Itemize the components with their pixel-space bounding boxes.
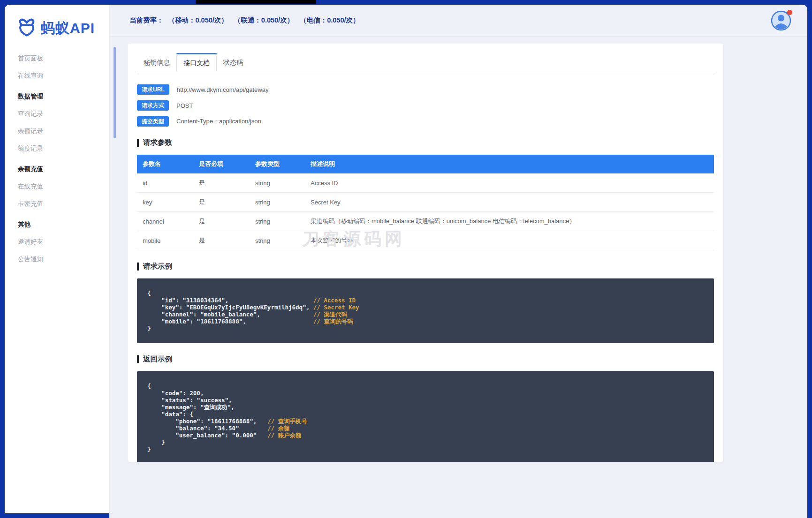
table-header-cell: 参数类型 — [250, 155, 305, 173]
table-row: key是stringSecret Key — [137, 193, 714, 212]
fee-list: （移动：0.050/次）（联通：0.050/次）（电信：0.050/次） — [168, 16, 366, 25]
topbar: 当前费率： （移动：0.050/次）（联通：0.050/次）（电信：0.050/… — [110, 5, 807, 37]
sidebar-item[interactable]: 在线查询 — [5, 67, 109, 84]
code-comment: // Secret Key — [313, 304, 359, 311]
table-cell: 渠道编码（移动编码：mobile_balance 联通编码：unicom_bal… — [305, 212, 714, 231]
content-area: 刀客源码网 秘钥信息接口文档状态码 请求URL http://www.dkym.… — [110, 37, 807, 518]
table-row: id是stringAccess ID — [137, 173, 714, 193]
table-cell: channel — [137, 212, 193, 231]
params-header-row: 参数名是否必填参数类型描述说明 — [137, 155, 714, 173]
table-row: channel是string渠道编码（移动编码：mobile_balance 联… — [137, 212, 714, 231]
table-cell: 是 — [193, 173, 250, 193]
sidebar-item[interactable]: 卡密充值 — [5, 195, 109, 212]
logo-text: 蚂蚁API — [41, 19, 95, 38]
api-doc-card: 刀客源码网 秘钥信息接口文档状态码 请求URL http://www.dkym.… — [128, 44, 723, 462]
request-url-row: 请求URL http://www.dkym.com/api/gateway — [137, 84, 714, 95]
response-sample-code: { "code": 200, "status": "success", "mes… — [137, 371, 714, 462]
ant-logo-icon — [16, 18, 38, 38]
params-section-title: 请求参数 — [137, 138, 714, 148]
request-sample-title: 请求示例 — [137, 262, 714, 271]
params-body: id是stringAccess IDkey是stringSecret Keych… — [137, 173, 714, 250]
fee-item: （联通：0.050/次） — [234, 16, 294, 24]
logo[interactable]: 蚂蚁API — [5, 5, 109, 46]
app-shell: 蚂蚁API 首页面板在线查询数据管理查询记录余额记录额度记录余额充值在线充值卡密… — [5, 5, 807, 518]
sidebar-item[interactable]: 首页面板 — [5, 50, 109, 67]
fee-rates-label: 当前费率： — [129, 16, 164, 25]
sidebar-item[interactable]: 查询记录 — [5, 105, 109, 122]
request-method-badge: 请求方式 — [137, 100, 169, 111]
table-cell: 是 — [193, 231, 250, 250]
scrollbar-thumb[interactable] — [114, 47, 116, 138]
main-panel: 当前费率： （移动：0.050/次）（联通：0.050/次）（电信：0.050/… — [110, 5, 807, 518]
code-comment: // 余额 — [267, 425, 290, 432]
notification-dot — [787, 10, 792, 15]
table-row: mobile是string本次查询的号码 — [137, 231, 714, 250]
table-cell: mobile — [137, 231, 193, 250]
sidebar-footer-bar — [5, 513, 109, 518]
sidebar-section-label: 余额充值 — [5, 160, 109, 178]
sidebar-item[interactable]: 余额记录 — [5, 122, 109, 140]
frame-top-notch — [196, 0, 316, 4]
sidebar-item[interactable]: 邀请好友 — [5, 233, 109, 250]
section-title-bar — [137, 263, 139, 270]
table-cell: 本次查询的号码 — [305, 231, 714, 250]
tab[interactable]: 状态码 — [217, 53, 250, 72]
sidebar-nav: 首页面板在线查询数据管理查询记录余额记录额度记录余额充值在线充值卡密充值其他邀请… — [5, 46, 109, 268]
table-cell: string — [250, 231, 305, 250]
section-title-bar — [137, 139, 139, 147]
sidebar: 蚂蚁API 首页面板在线查询数据管理查询记录余额记录额度记录余额充值在线充值卡密… — [5, 5, 110, 518]
tab[interactable]: 秘钥信息 — [137, 53, 176, 72]
code-comment: // 渠道代码 — [313, 311, 348, 318]
sidebar-item[interactable]: 额度记录 — [5, 140, 109, 157]
code-comment: // Access ID — [313, 297, 356, 304]
code-comment: // 账户余额 — [267, 432, 302, 439]
code-comment: // 查询的号码 — [313, 318, 353, 325]
tab[interactable]: 接口文档 — [176, 53, 217, 72]
content-type-badge: 提交类型 — [137, 116, 169, 127]
fee-rates: 当前费率： （移动：0.050/次）（联通：0.050/次）（电信：0.050/… — [129, 16, 365, 25]
sidebar-section-label: 数据管理 — [5, 88, 109, 105]
table-header-cell: 是否必填 — [193, 155, 250, 173]
params-table: 参数名是否必填参数类型描述说明 id是stringAccess IDkey是st… — [137, 155, 714, 250]
sidebar-section-label: 其他 — [5, 216, 109, 233]
content-type-value: Content-Type：application/json — [176, 117, 261, 126]
request-method-row: 请求方式 POST — [137, 100, 714, 111]
table-cell: 是 — [193, 193, 250, 212]
section-title-bar — [137, 355, 139, 363]
response-sample-title: 返回示例 — [137, 354, 714, 364]
table-cell: Secret Key — [305, 193, 714, 212]
request-method-value: POST — [176, 102, 193, 109]
table-cell: string — [250, 212, 305, 231]
table-cell: key — [137, 193, 193, 212]
table-cell: Access ID — [305, 173, 714, 193]
request-sample-code: { "id": "3138034364", // Access ID "key"… — [137, 278, 714, 343]
table-cell: id — [137, 173, 193, 193]
fee-item: （移动：0.050/次） — [168, 16, 228, 24]
table-header-cell: 参数名 — [137, 155, 193, 173]
request-url-badge: 请求URL — [137, 84, 169, 95]
table-cell: 是 — [193, 212, 250, 231]
fee-item: （电信：0.050/次） — [300, 16, 359, 24]
request-url-value: http://www.dkym.com/api/gateway — [177, 86, 269, 93]
request-info-list: 请求URL http://www.dkym.com/api/gateway 请求… — [137, 84, 714, 127]
user-avatar[interactable] — [771, 10, 791, 31]
table-cell: string — [250, 173, 305, 193]
sidebar-item[interactable]: 在线充值 — [5, 178, 109, 195]
code-comment: // 查询手机号 — [267, 418, 307, 425]
tab-bar: 秘钥信息接口文档状态码 — [137, 53, 714, 72]
content-type-row: 提交类型 Content-Type：application/json — [137, 116, 714, 127]
table-cell: string — [250, 193, 305, 212]
table-header-cell: 描述说明 — [305, 155, 714, 173]
sidebar-item[interactable]: 公告通知 — [5, 250, 109, 268]
